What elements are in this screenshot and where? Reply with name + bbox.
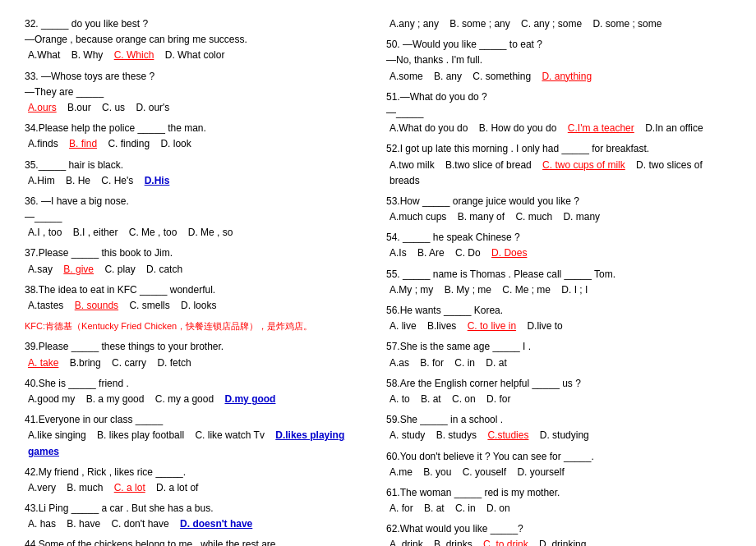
q34: 34.Please help the police _____ the man.… (25, 121, 370, 152)
q32: 32. _____ do you like best ? —Orange , b… (25, 16, 370, 64)
q37: 37.Please _____ this book to Jim. A.say … (25, 245, 370, 277)
q44: 44.Some of the chickens belong to me , w… (25, 537, 370, 546)
q50: 50. —Would you like _____ to eat ? —No, … (386, 37, 731, 85)
q51: 51.—What do you do ? —_____ A.What do yo… (386, 89, 731, 137)
right-column: A.any ; any B. some ; any C. any ; some … (386, 16, 731, 546)
q58: 58.Are the English corner helpful _____ … (386, 376, 731, 407)
q38-kfc: KFC:肯德基（Kentucky Fried Chicken，快餐连锁店品牌），… (25, 319, 370, 334)
q56: 56.He wants _____ Korea. A. live B.lives… (386, 303, 731, 334)
q52: 52.I got up late this morning . I only h… (386, 141, 731, 189)
q38: 38.The idea to eat in KFC _____ wonderfu… (25, 282, 370, 314)
q42: 42.My friend , Rick , likes rice _____. … (25, 465, 370, 496)
q57: 57.She is the same age _____ I . A.as B.… (386, 339, 731, 370)
q49-options: A.any ; any B. some ; any C. any ; some … (386, 16, 731, 32)
q40: 40.She is _____ friend . A.good my B. a … (25, 376, 370, 407)
q41: 41.Everyone in our class _____ A.like si… (25, 412, 370, 460)
q59: 59.She _____ in a school . A. study B. s… (386, 412, 731, 443)
q55: 55. _____ name is Thomas . Please call _… (386, 267, 731, 298)
q53: 53.How _____ orange juice would you like… (386, 194, 731, 225)
q43: 43.Li Ping _____ a car . But she has a b… (25, 501, 370, 532)
q39: 39.Please _____ these things to your bro… (25, 339, 370, 370)
q33: 33. —Whose toys are these ? —They are __… (25, 69, 370, 117)
q62: 62.What would you like _____? A. drink B… (386, 521, 731, 546)
q36: 36. —I have a big nose. —_____ A.I , too… (25, 194, 370, 241)
q61: 61.The woman _____ red is my mother. A. … (386, 485, 731, 516)
left-column: 32. _____ do you like best ? —Orange , b… (25, 16, 370, 546)
main-container: 32. _____ do you like best ? —Orange , b… (25, 16, 731, 546)
q60: 60.You don't believe it ? You can see fo… (386, 449, 731, 480)
q35: 35._____ hair is black. A.Him B. He C. H… (25, 158, 370, 189)
q54: 54. _____ he speak Chinese ? A.Is B. Are… (386, 230, 731, 261)
